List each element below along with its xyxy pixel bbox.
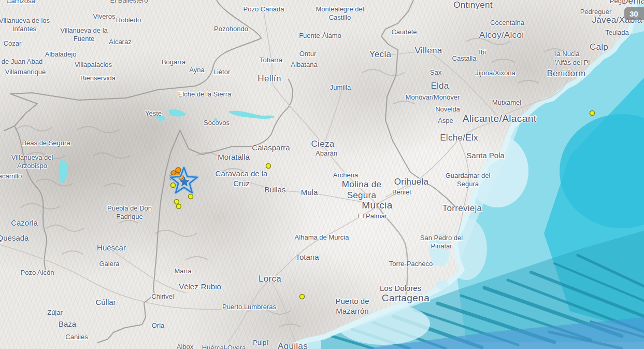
seismic-event-yellow[interactable]: [266, 164, 271, 169]
seismic-event-orange[interactable]: [176, 167, 181, 173]
mar-menor-lagoon: [429, 232, 450, 267]
seismic-event-yellow[interactable]: [171, 183, 176, 188]
map-graphics: [0, 0, 644, 349]
seismic-event-yellow[interactable]: [177, 204, 181, 209]
sea: [288, 0, 644, 349]
province-boundaries: [4, 0, 457, 343]
seismic-event-yellow[interactable]: [300, 295, 305, 299]
scale-badge[interactable]: 30: [624, 7, 644, 20]
reservoirs: [59, 109, 275, 183]
seismic-event-yellow[interactable]: [175, 200, 179, 204]
seismic-event-yellow[interactable]: [189, 194, 193, 199]
seismic-event-yellow[interactable]: [590, 111, 595, 116]
map-canvas[interactable]: CarrizosaEl BallesteroVillanueva de los …: [0, 0, 644, 349]
scale-badge-value: 30: [629, 9, 638, 18]
